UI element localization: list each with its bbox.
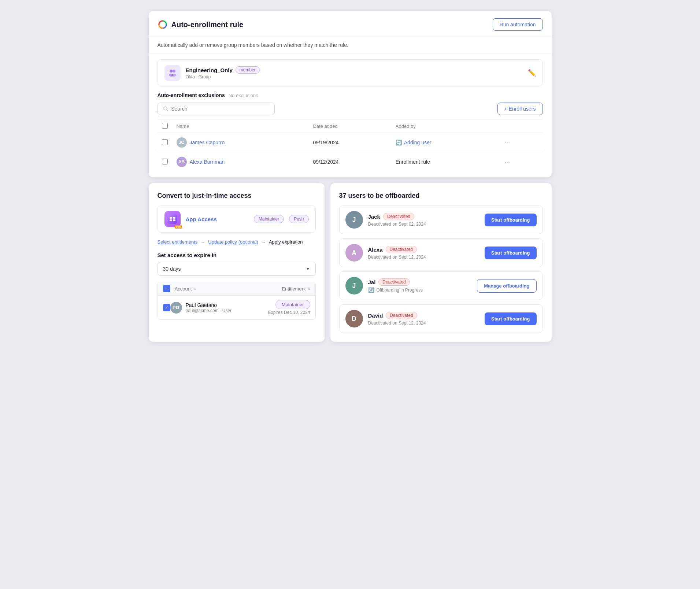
added-by-cell-0: 🔄Adding user: [391, 133, 498, 152]
date-cell-0: 09/19/2024: [308, 133, 391, 152]
ent-expires-0: Expires Dec 10, 2024: [268, 310, 310, 315]
svg-point-2: [173, 70, 175, 73]
group-avatar: [164, 65, 181, 81]
offboard-name-row-0: Jack Deactivated: [368, 213, 480, 220]
auto-enrollment-title: Auto-enrollment rule: [158, 19, 244, 30]
days-select-dropdown[interactable]: 30 days ▼: [158, 262, 316, 276]
start-offboarding-button-0[interactable]: Start offboarding: [485, 214, 536, 226]
offboard-item: J Jack Deactivated Deactivated on Sept 0…: [339, 205, 543, 234]
auto-enrollment-description: Automatically add or remove group member…: [149, 37, 552, 53]
group-left: Engineering_Only member Okta · Group: [164, 65, 260, 81]
member-badge: member: [236, 66, 260, 74]
no-exclusions-text: No exclusions: [229, 93, 258, 98]
svg-line-7: [167, 110, 168, 111]
offboard-card-inner: 37 users to be offboarded J Jack Deactiv…: [330, 183, 552, 342]
row-checkbox-1[interactable]: [162, 159, 168, 164]
group-name: Engineering_Only member: [186, 66, 260, 74]
row-checkbox-0[interactable]: [162, 139, 168, 145]
start-offboarding-button-3[interactable]: Start offboarding: [485, 312, 536, 325]
offboard-sub-3: Deactivated on Sept 12, 2024: [368, 321, 480, 326]
maintainer-badge: Maintainer: [254, 215, 284, 223]
app-access-name: App Access: [186, 216, 249, 222]
aws-badge: aws: [175, 225, 182, 229]
svg-point-5: [171, 74, 174, 77]
svg-rect-9: [170, 217, 172, 219]
svg-point-1: [170, 70, 173, 73]
users-table: Name Date added Added by JC James Capurr…: [158, 119, 543, 171]
offboard-name-row-2: Jai Deactivated: [368, 278, 472, 286]
offboard-name-2: Jai: [368, 279, 376, 285]
account-sort-icon[interactable]: ⇅: [193, 287, 196, 291]
ent-checkbox-0[interactable]: ✓: [163, 304, 170, 311]
offboard-avatar-3: D: [345, 310, 363, 327]
step-apply-expiration: Apply expiration: [269, 239, 303, 245]
logo-icon: [158, 19, 168, 30]
offboard-sub-0: Deactivated on Sept 02, 2024: [368, 222, 480, 227]
auto-enrollment-card: Auto-enrollment rule Run automation Auto…: [149, 11, 552, 177]
deactivated-badge-0: Deactivated: [383, 213, 414, 220]
enroll-users-button[interactable]: + Enroll users: [497, 103, 543, 115]
search-input[interactable]: [171, 106, 269, 112]
ent-name-0: Paul Gaetano: [186, 302, 232, 308]
offboard-name-0: Jack: [368, 214, 380, 220]
offboard-item: D David Deactivated Deactivated on Sept …: [339, 304, 543, 333]
edit-group-button[interactable]: ✏️: [528, 69, 536, 77]
offboard-info-0: Jack Deactivated Deactivated on Sept 02,…: [368, 213, 480, 227]
user-link-0[interactable]: JC James Capurro: [177, 137, 304, 148]
offboard-avatar-2: J: [345, 277, 363, 294]
step-update-policy[interactable]: Update policy (optional): [208, 239, 258, 245]
auto-enrollment-header: Auto-enrollment rule Run automation: [149, 11, 552, 37]
entitlement-sort-icon[interactable]: ⇅: [307, 287, 310, 291]
offboard-item: A Alexa Deactivated Deactivated on Sept …: [339, 238, 543, 267]
group-info: Engineering_Only member Okta · Group: [186, 66, 260, 79]
start-offboarding-button-1[interactable]: Start offboarding: [485, 247, 536, 259]
exclusions-section: Auto-enrollment exclusions No exclusions…: [149, 92, 552, 177]
row-menu-button-0[interactable]: ···: [502, 138, 512, 147]
svg-rect-11: [170, 219, 172, 221]
user-link-1[interactable]: AB Alexa Burnman: [177, 157, 304, 167]
app-access-icon: aws: [164, 211, 181, 227]
row-menu-button-1[interactable]: ···: [502, 158, 512, 167]
user-avatar-0: JC: [177, 137, 187, 148]
select-all-checkbox[interactable]: [162, 123, 168, 129]
adding-user-cell: 🔄Adding user: [396, 140, 494, 145]
offboard-info-3: David Deactivated Deactivated on Sept 12…: [368, 312, 480, 326]
offboard-avatar-1: A: [345, 244, 363, 262]
search-icon: [163, 106, 168, 112]
offboard-name-3: David: [368, 312, 383, 319]
entitlements-select-icon: –: [163, 285, 170, 292]
run-automation-button[interactable]: Run automation: [493, 18, 543, 31]
svg-point-0: [158, 20, 167, 29]
offboard-info-1: Alexa Deactivated Deactivated on Sept 12…: [368, 246, 480, 260]
steps-row: Select entitlements → Update policy (opt…: [158, 239, 316, 245]
offboard-name-1: Alexa: [368, 247, 383, 253]
bottom-row: Convert to just-in-time access: [149, 183, 552, 342]
exclusions-header: Auto-enrollment exclusions No exclusions: [158, 92, 543, 98]
jit-card: Convert to just-in-time access: [149, 183, 325, 342]
offboard-sub-1: Deactivated on Sept 12, 2024: [368, 255, 480, 260]
offboard-sub-2: 🔄Offboarding in Progress: [368, 287, 472, 293]
dropdown-arrow-icon: ▼: [306, 266, 310, 271]
deactivated-badge-2: Deactivated: [378, 278, 410, 286]
offboard-info-2: Jai Deactivated 🔄Offboarding in Progress: [368, 278, 472, 293]
deactivated-badge-3: Deactivated: [386, 312, 417, 319]
days-select-text: 30 days: [163, 266, 181, 272]
ent-entitlement-badge-0: Maintainer: [275, 300, 310, 309]
exclusions-title: Auto-enrollment exclusions: [158, 92, 225, 98]
col-date-header: Date added: [308, 120, 391, 133]
ent-avatar-0: PG: [170, 302, 182, 314]
ent-badge-col-0: Maintainer Expires Dec 10, 2024: [240, 300, 310, 315]
manage-offboarding-button-2[interactable]: Manage offboarding: [477, 279, 536, 293]
ent-user-info-0: PG Paul Gaetano paul@acme.com · User: [170, 302, 240, 314]
search-box[interactable]: [158, 103, 275, 115]
sync-icon: 🔄: [396, 140, 402, 145]
entitlements-table: – Account ⇅ Entitlement ⇅ ✓ PG: [158, 282, 316, 320]
svg-rect-12: [173, 219, 175, 221]
set-access-label: Set access to expire in: [158, 252, 316, 258]
col-added-by-header: Added by: [391, 120, 498, 133]
offboard-title: 37 users to be offboarded: [339, 192, 543, 200]
step-select-entitlements[interactable]: Select entitlements: [158, 239, 198, 245]
main-wrapper: Auto-enrollment rule Run automation Auto…: [149, 11, 552, 342]
inprogress-icon-2: 🔄: [368, 287, 374, 293]
col-entitlement-label: Entitlement: [282, 286, 305, 292]
